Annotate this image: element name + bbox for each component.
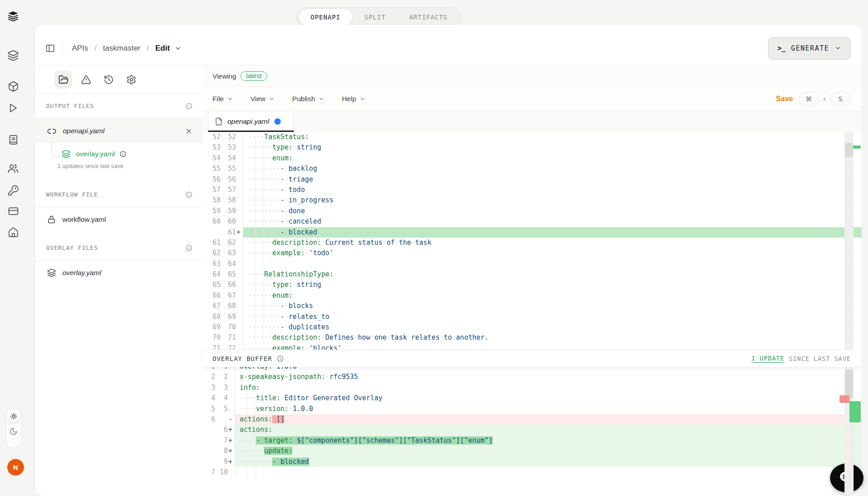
info-icon[interactable] [185,244,193,252]
breadcrumb-apis[interactable]: APIs [72,44,88,53]
sidebar-toggle-icon[interactable] [45,43,55,53]
line-number-old [203,446,215,456]
code-line: 710 [203,467,862,477]
line-content: ······type:·string [243,280,862,290]
code-line: 6869········-·relates_to [203,312,862,322]
line-number-new [215,414,228,425]
overlay-code-editor[interactable]: 11overlay:·1.0.022x-speakeasy-jsonpath:·… [203,367,862,496]
file-tree-toolbar [35,66,203,94]
nav-billing-icon[interactable] [6,204,20,218]
code-line: 5555········-·backlog [203,164,862,174]
close-icon[interactable] [185,127,193,135]
nav-api-keys-icon[interactable] [6,183,20,197]
file-row-overlay-linked[interactable]: overlay.yaml [61,150,127,159]
updates-caption: 1 updates since last save [57,163,123,169]
diff-marker [236,269,243,280]
menu-view[interactable]: View [250,95,275,103]
code-line: 6465····RelationshipType: [203,269,862,280]
line-number-old: 60 [203,216,221,227]
main-panel: APIs / taskmaster / Edit >_ GENERATE [35,25,862,496]
line-number-new: 7 [215,435,228,446]
code-line: 6667······enum: [203,290,862,301]
info-icon[interactable] [185,191,193,198]
line-number-old: 55 [203,164,221,174]
diff-marker [236,164,243,174]
line-content [243,259,862,269]
line-number-new: 56 [221,174,236,185]
nav-run-icon[interactable] [6,101,20,115]
diff-marker: - [228,414,235,425]
info-icon[interactable] [277,355,284,362]
tab-artifacts[interactable]: ARTIFACTS [397,9,459,25]
version-badge[interactable]: latest [241,71,267,81]
save-button[interactable]: Save [776,95,793,103]
line-content: ········-·backlog [243,164,862,174]
diff-marker [236,206,243,216]
line-content: ······type:·string [243,142,862,153]
tab-split[interactable]: SPLIT [353,9,397,25]
light-mode-icon[interactable] [7,409,20,423]
menu-publish[interactable]: Publish [292,95,325,103]
diff-marker [236,238,243,248]
nav-users-icon[interactable] [6,162,20,175]
nav-docs-icon[interactable] [6,133,20,146]
line-content: ········-·relates_to [243,312,862,322]
diff-marker [236,343,243,350]
line-number-new: 8 [215,446,228,456]
scrollbar-thumb[interactable] [845,370,853,398]
line-number-new: 69 [221,312,236,322]
line-number-old [203,425,215,435]
line-content: ········-·blocks [243,301,862,311]
menu-help[interactable]: Help [342,95,366,103]
update-count-link[interactable]: 1 UPDATE [751,355,784,363]
menu-file[interactable]: File [212,95,233,103]
breadcrumb-current[interactable]: Edit [156,44,170,53]
line-content: ····title:·Editor·Generated·Overlay [235,393,862,403]
app-logo-icon[interactable] [6,10,20,23]
code-line: 5252····TaskStatus: [203,132,862,142]
scrollbar-thumb[interactable] [845,143,853,157]
line-number-new: 60 [221,216,236,227]
diff-marker [236,332,243,343]
line-content: ········-·in_progress [243,195,862,206]
line-number-new: 64 [221,259,236,269]
tab-openapi[interactable]: OPENAPI [298,9,353,26]
problems-tool-button[interactable] [77,70,95,89]
openapi-code-editor[interactable]: 5252····TaskStatus:5353······type:·strin… [203,132,862,350]
file-row-openapi[interactable]: openapi.yaml [35,119,203,143]
line-content: ········-·blocked [235,457,862,467]
info-icon[interactable] [119,150,127,158]
section-overlay-files: OVERLAY FILES [35,235,203,261]
line-number-new: 9 [215,457,228,467]
line-content: ········-·canceled [243,216,862,227]
nav-package-icon[interactable] [6,80,20,93]
tab-openapi-yaml[interactable]: openapi.yaml [208,111,294,132]
line-number-new: 54 [221,153,236,164]
line-content: ······example:·'todo' [243,248,862,258]
left-rail: N [0,0,35,496]
file-icon [215,117,223,126]
line-number-old: 57 [203,185,221,195]
files-tool-button[interactable] [54,70,72,89]
diff-marker: + [228,435,235,446]
line-content: ····-·target:·$["components"]["schemas"]… [235,435,862,446]
dark-mode-icon[interactable] [9,427,18,435]
nav-home-icon[interactable] [6,225,20,239]
user-avatar[interactable]: N [7,459,24,476]
file-row-workflow[interactable]: workflow.yaml [35,207,203,232]
info-icon[interactable] [185,103,193,110]
file-row-overlay[interactable]: overlay.yaml [35,261,203,285]
chevron-down-icon[interactable] [175,45,182,52]
line-number-new: 72 [221,343,236,350]
breadcrumb-workspace[interactable]: taskmaster [103,44,141,53]
history-tool-button[interactable] [99,70,118,89]
line-number-old: 52 [203,132,221,142]
section-title: WORKFLOW FILE [46,191,98,198]
theme-toggle[interactable] [5,408,22,449]
scrollbar-track[interactable] [844,132,854,350]
settings-tool-button[interactable] [122,70,140,89]
diff-marker [236,195,243,206]
generate-button[interactable]: >_ GENERATE [768,37,851,60]
line-content: ······update: [235,446,862,456]
nav-layers-icon[interactable] [6,49,20,62]
